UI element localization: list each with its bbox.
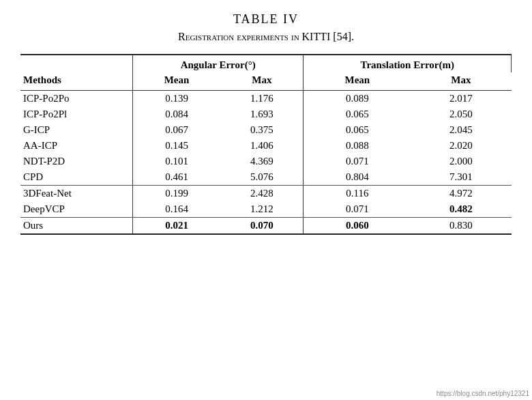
cell-tr_mean: 0.065 xyxy=(304,122,411,138)
cell-method: ICP-Po2Po xyxy=(20,91,132,107)
cell-ang_mean: 0.101 xyxy=(132,154,220,169)
cell-ang_mean: 0.084 xyxy=(132,106,220,122)
watermark: https://blog.csdn.net/phy12321 xyxy=(437,390,529,397)
cell-tr_max: 2.000 xyxy=(411,154,511,169)
cell-tr_mean: 0.804 xyxy=(304,169,411,186)
cell-tr_max: 2.050 xyxy=(411,106,511,122)
table-row: 3DFeat-Net0.1992.4280.1164.972 xyxy=(20,186,512,202)
page-title: TABLE IV xyxy=(233,12,299,27)
cell-ang_mean: 0.164 xyxy=(132,201,220,218)
cell-ang_max: 1.406 xyxy=(220,138,304,154)
cell-tr_mean: 0.060 xyxy=(304,218,411,235)
page-subtitle: Registration experiments in KITTI [54]. xyxy=(178,31,354,43)
cell-tr_mean: 0.065 xyxy=(304,106,411,122)
translation-error-group: Translation Error(m) xyxy=(304,55,512,72)
tr-max-header: Max xyxy=(411,72,511,91)
cell-ang_mean: 0.139 xyxy=(132,91,220,107)
cell-tr_mean: 0.071 xyxy=(304,154,411,169)
cell-ang_max: 0.070 xyxy=(220,218,304,235)
tr-mean-header: Mean xyxy=(304,72,411,91)
cell-method: NDT-P2D xyxy=(20,154,132,169)
table-row: NDT-P2D0.1014.3690.0712.000 xyxy=(20,154,512,169)
cell-tr_max: 2.020 xyxy=(411,138,511,154)
table-row: ICP-Po2Po0.1391.1760.0892.017 xyxy=(20,91,512,107)
cell-ang_max: 0.375 xyxy=(220,122,304,138)
cell-ang_max: 1.176 xyxy=(220,91,304,107)
cell-method: Ours xyxy=(20,218,132,235)
methods-col-group xyxy=(20,55,132,72)
cell-ang_max: 2.428 xyxy=(220,186,304,202)
table-row: DeepVCP0.1641.2120.0710.482 xyxy=(20,201,512,218)
cell-tr_max: 2.045 xyxy=(411,122,511,138)
cell-tr_max: 0.482 xyxy=(411,201,511,218)
cell-ang_mean: 0.067 xyxy=(132,122,220,138)
data-table: Angular Error(°) Translation Error(m) Me… xyxy=(20,54,512,235)
ang-mean-header: Mean xyxy=(132,72,220,91)
ang-max-header: Max xyxy=(220,72,304,91)
cell-tr_mean: 0.089 xyxy=(304,91,411,107)
cell-method: G-ICP xyxy=(20,122,132,138)
col-subheader: Methods Mean Max Mean Max xyxy=(20,72,512,91)
cell-method: CPD xyxy=(20,169,132,186)
cell-tr_mean: 0.116 xyxy=(304,186,411,202)
cell-method: DeepVCP xyxy=(20,201,132,218)
cell-method: 3DFeat-Net xyxy=(20,186,132,202)
table-row: CPD0.4615.0760.8047.301 xyxy=(20,169,512,186)
cell-ang_max: 5.076 xyxy=(220,169,304,186)
table-row: ICP-Po2Pl0.0841.6930.0652.050 xyxy=(20,106,512,122)
cell-ang_mean: 0.461 xyxy=(132,169,220,186)
cell-tr_max: 2.017 xyxy=(411,91,511,107)
cell-ang_mean: 0.145 xyxy=(132,138,220,154)
cell-ang_mean: 0.199 xyxy=(132,186,220,202)
col-group-header: Angular Error(°) Translation Error(m) xyxy=(20,55,512,72)
cell-ang_max: 4.369 xyxy=(220,154,304,169)
angular-error-group: Angular Error(°) xyxy=(132,55,304,72)
table-row: Ours0.0210.0700.0600.830 xyxy=(20,218,512,235)
cell-method: AA-ICP xyxy=(20,138,132,154)
cell-tr_mean: 0.088 xyxy=(304,138,411,154)
cell-method: ICP-Po2Pl xyxy=(20,106,132,122)
cell-tr_max: 4.972 xyxy=(411,186,511,202)
methods-header: Methods xyxy=(20,72,132,91)
cell-ang_mean: 0.021 xyxy=(132,218,220,235)
cell-tr_mean: 0.071 xyxy=(304,201,411,218)
cell-tr_max: 7.301 xyxy=(411,169,511,186)
table-row: AA-ICP0.1451.4060.0882.020 xyxy=(20,138,512,154)
cell-tr_max: 0.830 xyxy=(411,218,511,235)
table-row: G-ICP0.0670.3750.0652.045 xyxy=(20,122,512,138)
cell-ang_max: 1.212 xyxy=(220,201,304,218)
cell-ang_max: 1.693 xyxy=(220,106,304,122)
